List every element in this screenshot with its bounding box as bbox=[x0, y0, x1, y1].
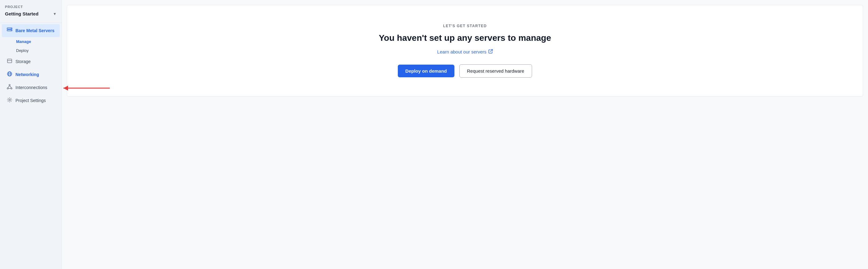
project-name: Getting Started bbox=[5, 11, 38, 16]
interconnect-icon bbox=[7, 84, 12, 91]
svg-point-2 bbox=[11, 28, 11, 29]
sidebar-item-interconnections[interactable]: Interconnections bbox=[2, 81, 60, 94]
svg-point-9 bbox=[9, 85, 10, 86]
sidebar-item-interconnections-label: Interconnections bbox=[16, 85, 47, 90]
sidebar-item-bare-metal-servers[interactable]: Bare Metal Servers bbox=[2, 24, 60, 37]
sidebar-sub-item-manage[interactable]: Manage bbox=[13, 37, 62, 46]
project-label: PROJECT bbox=[0, 5, 62, 10]
project-selector[interactable]: Getting Started ▼ bbox=[0, 10, 62, 21]
chevron-down-icon: ▼ bbox=[53, 12, 57, 16]
sidebar-divider bbox=[0, 23, 62, 23]
svg-point-15 bbox=[9, 99, 10, 101]
svg-point-3 bbox=[11, 30, 11, 31]
servers-icon bbox=[7, 27, 12, 34]
learn-about-servers-link[interactable]: Learn about our servers bbox=[437, 49, 493, 55]
sidebar-item-bare-metal-servers-label: Bare Metal Servers bbox=[16, 28, 55, 33]
svg-point-10 bbox=[7, 88, 8, 89]
sidebar-item-project-settings[interactable]: Project Settings bbox=[2, 94, 60, 107]
sidebar-item-storage-label: Storage bbox=[16, 59, 31, 64]
sidebar-item-networking-label: Networking bbox=[16, 72, 39, 77]
main-heading: You haven't set up any servers to manage bbox=[379, 33, 551, 43]
sidebar-item-project-settings-label: Project Settings bbox=[16, 98, 46, 103]
content-panel: LET'S GET STARTED You haven't set up any… bbox=[67, 5, 863, 97]
svg-line-16 bbox=[490, 49, 493, 52]
networking-icon bbox=[7, 71, 12, 78]
sidebar: PROJECT Getting Started ▼ Bare Metal Ser… bbox=[0, 0, 62, 269]
sidebar-item-storage[interactable]: Storage bbox=[2, 55, 60, 68]
learn-link-text: Learn about our servers bbox=[437, 49, 486, 55]
bare-metal-sub-items: Manage Deploy bbox=[0, 37, 62, 55]
svg-line-12 bbox=[8, 86, 9, 88]
lets-get-started-label: LET'S GET STARTED bbox=[443, 24, 487, 28]
sidebar-item-networking[interactable]: Networking bbox=[2, 68, 60, 81]
action-buttons: Deploy on demand Request reserved hardwa… bbox=[398, 64, 532, 78]
settings-icon bbox=[7, 97, 12, 104]
main-content: LET'S GET STARTED You haven't set up any… bbox=[62, 0, 868, 269]
sidebar-sub-item-deploy[interactable]: Deploy bbox=[13, 46, 62, 55]
storage-icon bbox=[7, 58, 12, 65]
svg-line-13 bbox=[9, 86, 11, 88]
deploy-on-demand-button[interactable]: Deploy on demand bbox=[398, 65, 454, 77]
external-link-icon bbox=[489, 49, 493, 55]
request-reserved-hardware-button[interactable]: Request reserved hardware bbox=[459, 64, 532, 78]
svg-rect-4 bbox=[7, 59, 12, 63]
svg-point-11 bbox=[11, 88, 12, 89]
